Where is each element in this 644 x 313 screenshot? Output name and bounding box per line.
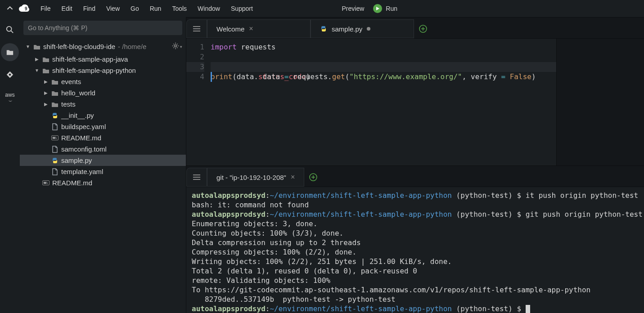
tree-item-label: README.md	[61, 134, 101, 142]
editor-tab-bar: Welcome×sample.py	[186, 17, 644, 39]
tree-folder[interactable]: ▶hello_world	[20, 87, 186, 98]
tree-file[interactable]: M↓README.md	[20, 132, 186, 143]
tree-file[interactable]: buildspec.yaml	[20, 121, 186, 132]
svg-line-2	[11, 31, 14, 33]
tree-folder[interactable]: ▶shift-left-sample-app-java	[20, 54, 186, 65]
chevron-right-icon: ▶	[43, 90, 49, 95]
new-terminal-tab-button[interactable]	[304, 168, 322, 187]
aws-icon[interactable]: aws⏝	[1, 88, 19, 106]
settings-button[interactable]: ▾	[172, 42, 182, 51]
tab-menu-button[interactable]	[186, 19, 207, 38]
project-root[interactable]: ▼ shift-left-blog-cloud9-ide - /home/e	[25, 43, 146, 50]
markdown-icon: M↓	[42, 179, 50, 187]
tree-item-label: sample.py	[61, 156, 92, 164]
chevron-down-icon: ▼	[25, 44, 31, 49]
editor-tab[interactable]: sample.py	[311, 19, 414, 38]
tree-item-label: samconfig.toml	[61, 145, 107, 153]
tab-label: Welcome	[216, 25, 244, 33]
active-line-marker	[211, 72, 212, 82]
editor-minimap-region	[556, 39, 644, 165]
cloud9-logo-icon: 9	[18, 2, 31, 15]
folder-icon	[42, 56, 50, 63]
project-root-path: - /home/e	[118, 43, 146, 50]
play-icon	[373, 4, 382, 13]
preview-button[interactable]: Preview	[342, 5, 365, 12]
menu-tools[interactable]: Tools	[167, 3, 192, 14]
line-number-gutter: 1234	[186, 39, 209, 165]
tree-folder[interactable]: ▶tests	[20, 98, 186, 110]
tree-item-label: __init__.py	[61, 112, 94, 119]
menu-support[interactable]: Support	[225, 3, 258, 14]
file-icon	[51, 123, 59, 130]
svg-point-4	[175, 45, 177, 47]
source-control-icon[interactable]	[1, 66, 19, 84]
svg-line-12	[177, 44, 178, 45]
editor-tab[interactable]: Welcome×	[207, 19, 311, 38]
folder-icon	[51, 78, 59, 85]
folder-icon	[51, 101, 59, 108]
chevron-right-icon: ▶	[34, 57, 40, 62]
menu-view[interactable]: View	[101, 3, 125, 14]
tree-item-label: shift-left-sample-app-python	[52, 67, 136, 74]
menu-find[interactable]: Find	[78, 3, 101, 14]
svg-line-9	[173, 44, 174, 45]
tree-folder[interactable]: ▼shift-left-sample-app-python	[20, 65, 186, 76]
folder-icon	[42, 67, 50, 74]
run-button[interactable]: Run	[373, 4, 397, 13]
code-editor[interactable]: 1234 import requests data = requests.get…	[186, 39, 644, 165]
tree-file[interactable]: samconfig.toml	[20, 143, 186, 155]
file-icon	[51, 168, 59, 175]
terminal-tab[interactable]: git - "ip-10-192-10-208" ×	[207, 168, 304, 187]
chevron-right-icon: ▶	[43, 102, 49, 107]
gear-icon	[172, 42, 179, 51]
tree-item-label: shift-left-sample-app-java	[52, 55, 128, 63]
tree-file[interactable]: sample.py	[20, 155, 186, 166]
explorer-icon[interactable]	[1, 43, 19, 61]
terminal-tab-label: git - "ip-10-192-10-208"	[216, 174, 286, 181]
tab-label: sample.py	[332, 25, 362, 33]
terminal-tab-bar: git - "ip-10-192-10-208" ×	[186, 165, 644, 187]
terminal[interactable]: autoalappsprodsyd:~/environment/shift-le…	[186, 187, 644, 313]
menu-go[interactable]: Go	[125, 3, 144, 14]
svg-point-3	[9, 74, 11, 76]
menu-edit[interactable]: Edit	[56, 3, 78, 14]
tree-file[interactable]: __init__.py	[20, 110, 186, 121]
menu-run[interactable]: Run	[144, 3, 167, 14]
menu-file[interactable]: File	[35, 3, 56, 14]
tree-item-label: template.yaml	[61, 168, 103, 175]
python-icon	[51, 112, 59, 119]
search-icon[interactable]	[1, 21, 19, 39]
menu-window[interactable]: Window	[192, 3, 225, 14]
dirty-indicator-icon	[367, 27, 370, 31]
go-to-anything-input[interactable]	[23, 21, 182, 35]
chevron-down-icon: ▼	[34, 68, 40, 73]
tree-file[interactable]: M↓README.md	[20, 177, 186, 188]
code-area[interactable]: import requests data = requests.get("htt…	[209, 39, 556, 165]
tree-folder[interactable]: ▶events	[20, 76, 186, 87]
folder-icon	[51, 89, 59, 97]
project-root-name: shift-left-blog-cloud9-ide	[43, 43, 115, 50]
terminal-cursor	[526, 305, 530, 313]
new-tab-button[interactable]	[414, 19, 432, 38]
tree-item-label: hello_world	[61, 89, 95, 97]
markdown-icon: M↓	[51, 134, 59, 142]
chevron-right-icon: ▶	[43, 79, 49, 84]
menubar: 9 FileEditFindViewGoRunToolsWindowSuppor…	[0, 0, 644, 17]
svg-text:9: 9	[25, 6, 27, 11]
tree-item-label: README.md	[52, 179, 92, 187]
python-icon	[51, 157, 59, 164]
svg-line-10	[177, 47, 178, 48]
svg-line-11	[173, 47, 174, 48]
file-icon	[51, 146, 59, 153]
terminal-tab-menu-button[interactable]	[186, 168, 207, 187]
chevron-down-icon: ▾	[180, 45, 182, 49]
file-tree: ▶shift-left-sample-app-java▼shift-left-s…	[20, 54, 186, 188]
close-icon[interactable]: ×	[291, 173, 295, 181]
collapse-icon[interactable]	[4, 5, 16, 13]
tree-file[interactable]: template.yaml	[20, 166, 186, 177]
activity-bar: aws⏝	[0, 17, 20, 313]
close-icon[interactable]: ×	[249, 25, 253, 33]
svg-point-1	[7, 27, 12, 31]
tree-item-label: events	[61, 78, 81, 85]
python-icon	[320, 25, 327, 32]
